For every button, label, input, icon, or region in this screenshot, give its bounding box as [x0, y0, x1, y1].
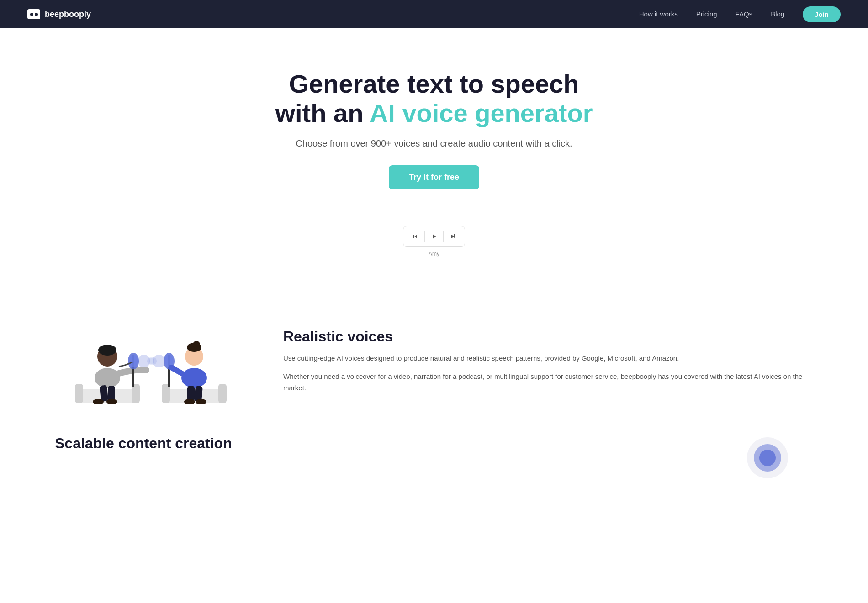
svg-point-12 [106, 399, 117, 404]
svg-point-24 [184, 399, 195, 404]
svg-point-6 [95, 368, 120, 388]
feature-text-realistic-voices: Realistic voices Use cutting-edge AI voi… [283, 328, 813, 400]
svg-point-8 [98, 345, 116, 356]
player-skip-back-button[interactable] [406, 230, 424, 243]
skip-forward-icon [449, 233, 456, 240]
scalable-feature-title: Scalable content creation [55, 435, 685, 452]
svg-rect-5 [218, 384, 227, 403]
svg-rect-1 [75, 384, 83, 403]
player-section: Amy [0, 217, 868, 284]
logo[interactable]: beepbooply [27, 9, 91, 19]
hero-subtext: Choose from over 900+ voices and create … [9, 138, 859, 149]
svg-point-30 [149, 357, 157, 365]
scalable-feature-text: Scalable content creation [55, 435, 685, 452]
join-button[interactable]: Join [803, 6, 841, 22]
player-skip-forward-button[interactable] [444, 230, 462, 243]
play-icon [430, 233, 438, 240]
logo-icon [27, 9, 40, 19]
nav-faqs[interactable]: FAQs [736, 10, 753, 18]
skip-back-icon [412, 233, 419, 240]
podcast-illustration [55, 312, 247, 417]
feature-illustration-voices [55, 312, 247, 417]
nav-how-it-works[interactable]: How it works [639, 10, 678, 18]
nav-links: How it works Pricing FAQs Blog Join [639, 6, 841, 22]
svg-point-18 [181, 368, 207, 388]
svg-rect-9 [100, 385, 108, 401]
svg-point-21 [193, 341, 200, 348]
player-controls [403, 226, 465, 247]
player-voice-label: Amy [429, 251, 439, 257]
player-play-button[interactable] [425, 230, 443, 243]
feature-title-realistic-voices: Realistic voices [283, 328, 813, 345]
try-free-button[interactable]: Try it for free [389, 165, 479, 189]
svg-point-25 [196, 399, 206, 404]
bottom-feature-section: Scalable content creation [0, 435, 868, 517]
scalable-icon [731, 435, 804, 481]
nav-pricing[interactable]: Pricing [696, 10, 717, 18]
scalable-feature-illustration [722, 435, 813, 481]
navbar: beepbooply How it works Pricing FAQs Blo… [0, 0, 868, 28]
feature-para-1: Use cutting-edge AI voices designed to p… [283, 352, 813, 364]
hero-section: Generate text to speech with an AI voice… [0, 28, 868, 217]
svg-point-15 [129, 355, 138, 367]
nav-blog[interactable]: Blog [771, 10, 784, 18]
logo-text: beepbooply [45, 10, 91, 19]
svg-point-33 [759, 450, 776, 466]
hero-headline: Generate text to speech with an AI voice… [9, 69, 859, 128]
feature-para-2: Whether you need a voiceover for a video… [283, 371, 813, 394]
svg-point-11 [93, 399, 104, 404]
features-section: Realistic voices Use cutting-edge AI voi… [0, 284, 868, 435]
feature-row-realistic-voices: Realistic voices Use cutting-edge AI voi… [55, 312, 813, 417]
